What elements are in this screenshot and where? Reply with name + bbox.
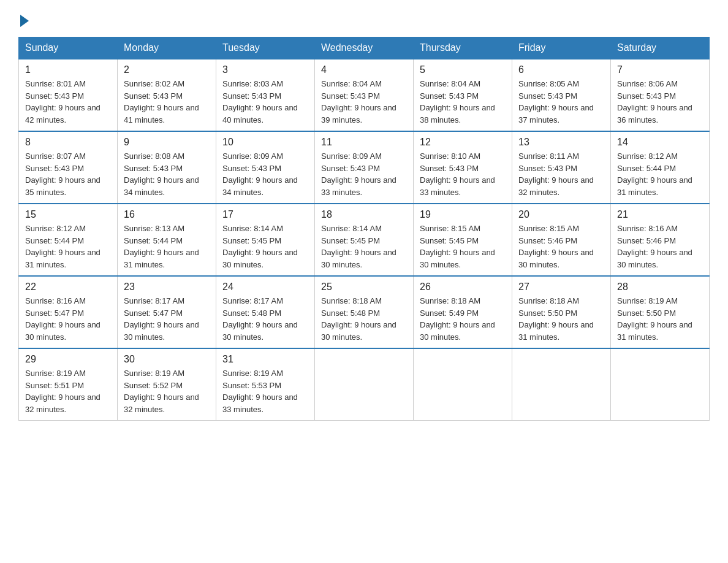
day-info: Sunrise: 8:07 AMSunset: 5:43 PMDaylight:… [25, 150, 111, 198]
day-cell: 9 Sunrise: 8:08 AMSunset: 5:43 PMDayligh… [118, 131, 216, 204]
day-cell: 24 Sunrise: 8:17 AMSunset: 5:48 PMDaylig… [216, 276, 315, 348]
day-number: 10 [222, 137, 308, 148]
day-info: Sunrise: 8:05 AMSunset: 5:43 PMDaylight:… [518, 78, 604, 126]
day-info: Sunrise: 8:14 AMSunset: 5:45 PMDaylight:… [222, 223, 308, 270]
day-cell: 28 Sunrise: 8:19 AMSunset: 5:50 PMDaylig… [611, 276, 710, 348]
day-number: 12 [420, 137, 506, 148]
day-cell: 22 Sunrise: 8:16 AMSunset: 5:47 PMDaylig… [19, 276, 118, 348]
calendar-table: SundayMondayTuesdayWednesdayThursdayFrid… [18, 37, 710, 421]
day-cell: 17 Sunrise: 8:14 AMSunset: 5:45 PMDaylig… [216, 204, 315, 276]
day-info: Sunrise: 8:01 AMSunset: 5:43 PMDaylight:… [25, 78, 111, 126]
day-number: 26 [420, 282, 506, 293]
day-info: Sunrise: 8:04 AMSunset: 5:43 PMDaylight:… [321, 78, 407, 126]
day-info: Sunrise: 8:19 AMSunset: 5:52 PMDaylight:… [124, 367, 210, 415]
week-row-2: 8 Sunrise: 8:07 AMSunset: 5:43 PMDayligh… [19, 131, 710, 204]
week-row-1: 1 Sunrise: 8:01 AMSunset: 5:43 PMDayligh… [19, 59, 710, 131]
day-cell [315, 348, 414, 421]
logo-arrow-icon [20, 15, 29, 27]
day-cell: 8 Sunrise: 8:07 AMSunset: 5:43 PMDayligh… [19, 131, 118, 204]
day-cell: 25 Sunrise: 8:18 AMSunset: 5:48 PMDaylig… [315, 276, 414, 348]
day-number: 15 [25, 209, 111, 220]
day-number: 28 [617, 282, 703, 293]
day-number: 24 [222, 282, 308, 293]
day-info: Sunrise: 8:18 AMSunset: 5:48 PMDaylight:… [321, 295, 407, 343]
day-info: Sunrise: 8:08 AMSunset: 5:43 PMDaylight:… [124, 150, 210, 198]
day-number: 9 [124, 137, 210, 148]
day-number: 7 [617, 64, 703, 75]
day-info: Sunrise: 8:19 AMSunset: 5:51 PMDaylight:… [25, 367, 111, 415]
day-number: 8 [25, 137, 111, 148]
day-number: 27 [518, 282, 604, 293]
day-cell: 18 Sunrise: 8:14 AMSunset: 5:45 PMDaylig… [315, 204, 414, 276]
weekday-header-thursday: Thursday [414, 37, 512, 59]
day-info: Sunrise: 8:14 AMSunset: 5:45 PMDaylight:… [321, 223, 407, 270]
day-cell: 19 Sunrise: 8:15 AMSunset: 5:45 PMDaylig… [414, 204, 512, 276]
day-cell: 5 Sunrise: 8:04 AMSunset: 5:43 PMDayligh… [414, 59, 512, 131]
day-cell: 26 Sunrise: 8:18 AMSunset: 5:49 PMDaylig… [414, 276, 512, 348]
day-number: 1 [25, 64, 111, 75]
day-info: Sunrise: 8:11 AMSunset: 5:43 PMDaylight:… [518, 150, 604, 198]
day-cell: 29 Sunrise: 8:19 AMSunset: 5:51 PMDaylig… [19, 348, 118, 421]
day-cell: 13 Sunrise: 8:11 AMSunset: 5:43 PMDaylig… [512, 131, 611, 204]
day-info: Sunrise: 8:16 AMSunset: 5:47 PMDaylight:… [25, 295, 111, 343]
day-cell: 1 Sunrise: 8:01 AMSunset: 5:43 PMDayligh… [19, 59, 118, 131]
weekday-header-saturday: Saturday [611, 37, 710, 59]
logo [18, 12, 29, 25]
page-header [18, 12, 710, 25]
day-info: Sunrise: 8:04 AMSunset: 5:43 PMDaylight:… [420, 78, 506, 126]
day-cell [611, 348, 710, 421]
day-number: 3 [222, 64, 308, 75]
day-number: 23 [124, 282, 210, 293]
day-cell: 3 Sunrise: 8:03 AMSunset: 5:43 PMDayligh… [216, 59, 315, 131]
day-cell: 20 Sunrise: 8:15 AMSunset: 5:46 PMDaylig… [512, 204, 611, 276]
day-cell [414, 348, 512, 421]
day-info: Sunrise: 8:12 AMSunset: 5:44 PMDaylight:… [25, 223, 111, 270]
day-number: 17 [222, 209, 308, 220]
day-cell: 27 Sunrise: 8:18 AMSunset: 5:50 PMDaylig… [512, 276, 611, 348]
day-info: Sunrise: 8:17 AMSunset: 5:47 PMDaylight:… [124, 295, 210, 343]
day-number: 20 [518, 209, 604, 220]
day-cell: 4 Sunrise: 8:04 AMSunset: 5:43 PMDayligh… [315, 59, 414, 131]
week-row-5: 29 Sunrise: 8:19 AMSunset: 5:51 PMDaylig… [19, 348, 710, 421]
week-row-3: 15 Sunrise: 8:12 AMSunset: 5:44 PMDaylig… [19, 204, 710, 276]
day-number: 5 [420, 64, 506, 75]
day-number: 19 [420, 209, 506, 220]
day-cell: 23 Sunrise: 8:17 AMSunset: 5:47 PMDaylig… [118, 276, 216, 348]
day-number: 25 [321, 282, 407, 293]
day-cell: 11 Sunrise: 8:09 AMSunset: 5:43 PMDaylig… [315, 131, 414, 204]
weekday-header-friday: Friday [512, 37, 611, 59]
day-cell: 12 Sunrise: 8:10 AMSunset: 5:43 PMDaylig… [414, 131, 512, 204]
weekday-header-sunday: Sunday [19, 37, 118, 59]
day-info: Sunrise: 8:02 AMSunset: 5:43 PMDaylight:… [124, 78, 210, 126]
day-number: 16 [124, 209, 210, 220]
day-number: 18 [321, 209, 407, 220]
day-info: Sunrise: 8:19 AMSunset: 5:50 PMDaylight:… [617, 295, 703, 343]
weekday-header-monday: Monday [118, 37, 216, 59]
day-info: Sunrise: 8:16 AMSunset: 5:46 PMDaylight:… [617, 223, 703, 270]
day-number: 31 [222, 354, 308, 365]
day-info: Sunrise: 8:12 AMSunset: 5:44 PMDaylight:… [617, 150, 703, 198]
day-info: Sunrise: 8:06 AMSunset: 5:43 PMDaylight:… [617, 78, 703, 126]
day-number: 13 [518, 137, 604, 148]
day-info: Sunrise: 8:10 AMSunset: 5:43 PMDaylight:… [420, 150, 506, 198]
day-number: 11 [321, 137, 407, 148]
weekday-header-tuesday: Tuesday [216, 37, 315, 59]
day-number: 6 [518, 64, 604, 75]
day-info: Sunrise: 8:18 AMSunset: 5:50 PMDaylight:… [518, 295, 604, 343]
day-number: 30 [124, 354, 210, 365]
day-info: Sunrise: 8:17 AMSunset: 5:48 PMDaylight:… [222, 295, 308, 343]
day-cell: 7 Sunrise: 8:06 AMSunset: 5:43 PMDayligh… [611, 59, 710, 131]
day-cell: 10 Sunrise: 8:09 AMSunset: 5:43 PMDaylig… [216, 131, 315, 204]
weekday-header-wednesday: Wednesday [315, 37, 414, 59]
day-info: Sunrise: 8:09 AMSunset: 5:43 PMDaylight:… [222, 150, 308, 198]
day-number: 4 [321, 64, 407, 75]
day-number: 14 [617, 137, 703, 148]
day-info: Sunrise: 8:15 AMSunset: 5:45 PMDaylight:… [420, 223, 506, 270]
day-info: Sunrise: 8:19 AMSunset: 5:53 PMDaylight:… [222, 367, 308, 415]
day-cell: 6 Sunrise: 8:05 AMSunset: 5:43 PMDayligh… [512, 59, 611, 131]
day-number: 21 [617, 209, 703, 220]
day-info: Sunrise: 8:18 AMSunset: 5:49 PMDaylight:… [420, 295, 506, 343]
day-cell: 30 Sunrise: 8:19 AMSunset: 5:52 PMDaylig… [118, 348, 216, 421]
day-cell [512, 348, 611, 421]
day-cell: 2 Sunrise: 8:02 AMSunset: 5:43 PMDayligh… [118, 59, 216, 131]
